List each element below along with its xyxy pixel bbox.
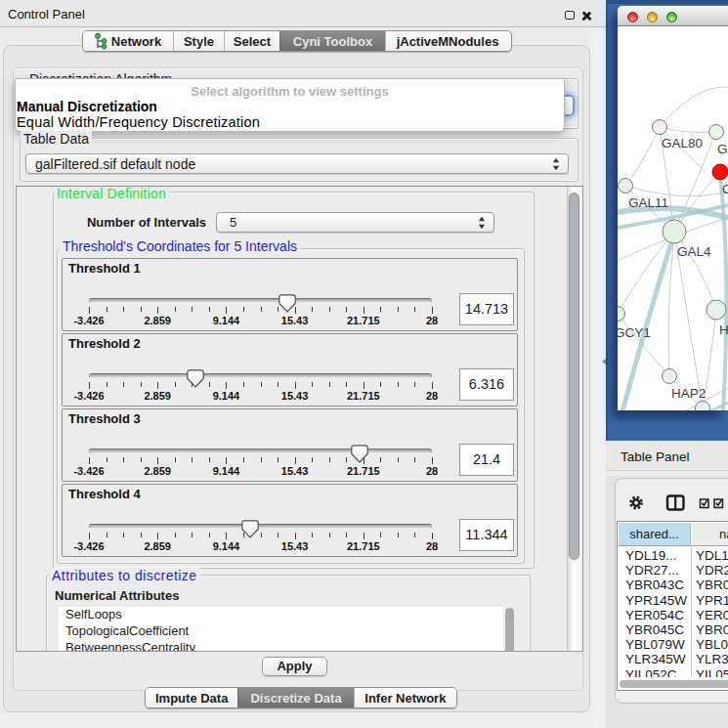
svg-text:GA: GA [717,142,728,156]
svg-text:H: H [719,322,728,337]
svg-text:GAL80: GAL80 [662,136,703,150]
svg-text:C: C [722,182,728,196]
svg-text:GAL4: GAL4 [677,244,711,259]
svg-text:GAL11: GAL11 [628,195,668,210]
svg-text:HAP2: HAP2 [671,386,706,401]
svg-text:GCY1: GCY1 [618,325,651,340]
